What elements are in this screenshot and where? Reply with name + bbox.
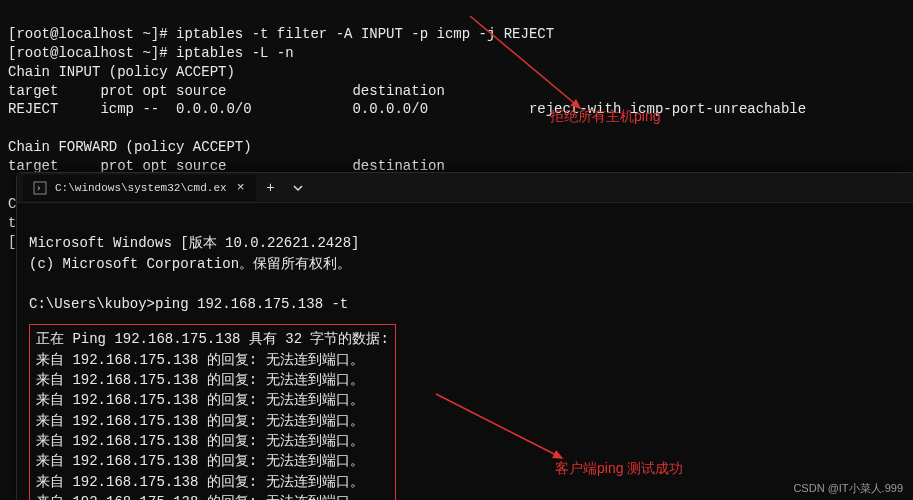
annotation-text-2: 客户端ping 测试成功 xyxy=(555,460,683,478)
ping-output-highlight-box: 正在 Ping 192.168.175.138 具有 32 字节的数据: 来自 … xyxy=(29,324,396,500)
ping-reply-line: 来自 192.168.175.138 的回复: 无法连到端口。 xyxy=(36,494,364,500)
cmd-command: ping 192.168.175.138 -t xyxy=(155,296,348,312)
cmd-icon: › xyxy=(33,181,47,195)
cmd-output-area[interactable]: Microsoft Windows [版本 10.0.22621.2428] (… xyxy=(17,203,913,500)
chain-input-line: Chain INPUT (policy ACCEPT) xyxy=(8,64,235,80)
windows-terminal-window: › C:\windows\system32\cmd.ex × + Microso… xyxy=(16,172,913,500)
ping-reply-line: 来自 192.168.175.138 的回复: 无法连到端口。 xyxy=(36,392,364,408)
annotation-text-1: 拒绝所有主机ping xyxy=(550,108,660,126)
prompt: [root@localhost ~]# xyxy=(8,45,168,61)
ping-reply-line: 来自 192.168.175.138 的回复: 无法连到端口。 xyxy=(36,453,364,469)
tab-bar: › C:\windows\system32\cmd.ex × + xyxy=(17,173,913,203)
new-tab-button[interactable]: + xyxy=(256,175,284,201)
ping-reply-line: 来自 192.168.175.138 的回复: 无法连到端口。 xyxy=(36,474,364,490)
ping-reply-line: 来自 192.168.175.138 的回复: 无法连到端口。 xyxy=(36,352,364,368)
ping-reply-line: 来自 192.168.175.138 的回复: 无法连到端口。 xyxy=(36,433,364,449)
watermark: CSDN @IT小菜人.999 xyxy=(793,481,903,496)
command-1: iptables -t filter -A INPUT -p icmp -j R… xyxy=(176,26,554,42)
ping-header: 正在 Ping 192.168.175.138 具有 32 字节的数据: xyxy=(36,331,389,347)
table-header: target prot opt source destination xyxy=(8,83,445,99)
svg-text:›: › xyxy=(36,184,41,194)
ping-reply-line: 来自 192.168.175.138 的回复: 无法连到端口。 xyxy=(36,372,364,388)
command-2: iptables -L -n xyxy=(176,45,294,61)
rule-line: REJECT icmp -- 0.0.0.0/0 0.0.0.0/0 rejec… xyxy=(8,101,806,117)
ping-reply-line: 来自 192.168.175.138 的回复: 无法连到端口。 xyxy=(36,413,364,429)
tab-dropdown-button[interactable] xyxy=(284,175,312,201)
cmd-prompt: C:\Users\kuboy> xyxy=(29,296,155,312)
windows-version: Microsoft Windows [版本 10.0.22621.2428] xyxy=(29,235,359,251)
windows-copyright: (c) Microsoft Corporation。保留所有权利。 xyxy=(29,256,351,272)
tab-cmd[interactable]: › C:\windows\system32\cmd.ex × xyxy=(23,175,256,201)
chevron-down-icon xyxy=(293,183,303,193)
close-icon[interactable]: × xyxy=(235,180,247,195)
prompt: [root@localhost ~]# xyxy=(8,26,168,42)
tab-title: C:\windows\system32\cmd.ex xyxy=(55,182,227,194)
chain-forward-line: Chain FORWARD (policy ACCEPT) xyxy=(8,139,252,155)
